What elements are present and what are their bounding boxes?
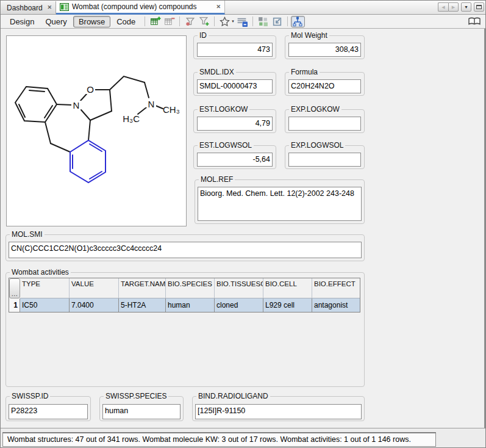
field-bind-radioligand-input[interactable]: [125I]R-91150 bbox=[195, 404, 362, 419]
field-formula: Formula C20H24N2O bbox=[285, 72, 365, 96]
molecule-structure-canvas[interactable]: N O N CH₃ H₃C bbox=[6, 35, 187, 226]
field-est-logwsol: EST.LOGWSOL -5,64 bbox=[193, 145, 276, 169]
field-mol-smi-input[interactable]: CN(C)CCC1CC2N(O1)c3ccccc3Cc4ccccc24 bbox=[9, 242, 362, 258]
field-formula-label: Formula bbox=[289, 68, 320, 76]
field-est-logkow-input[interactable]: 4,79 bbox=[197, 117, 273, 131]
field-swissp-id-input[interactable]: P28223 bbox=[9, 404, 88, 419]
tab-wombat-label: Wombat (compound view) compounds bbox=[72, 2, 213, 11]
widget-layout-icon[interactable] bbox=[257, 16, 269, 27]
field-mol-weight: Mol Weight 308,43 bbox=[285, 35, 365, 59]
cell-value[interactable]: 7.0400 bbox=[70, 298, 119, 312]
field-exp-logwsol-label: EXP.LOGWSOL bbox=[289, 141, 345, 150]
column-header-bio-effect[interactable]: BIO.EFFECT bbox=[312, 278, 360, 298]
cell-target-name[interactable]: 5-HT2A bbox=[119, 298, 166, 312]
field-id: ID 473 bbox=[193, 35, 276, 59]
field-est-logkow: EST.LOGKOW 4,79 bbox=[193, 109, 276, 133]
toolbar-separator bbox=[252, 16, 253, 26]
tab-navigation-controls: ◀ ▶ ▼ bbox=[438, 2, 484, 12]
wombat-activities-group: Wombat activities ... TYPE VALUE TARGET.… bbox=[5, 272, 365, 387]
favorites-star-icon[interactable] bbox=[219, 16, 230, 27]
field-bind-radioligand: BIND.RADIOLIGAND [125I]R-91150 bbox=[192, 396, 365, 421]
atom-label-methyl-right: CH₃ bbox=[163, 104, 180, 115]
tab-wombat-compound-view[interactable]: Wombat (compound view) compounds ✕ bbox=[56, 1, 225, 15]
tab-dashboard-close-icon[interactable]: ✕ bbox=[47, 5, 52, 10]
tab-list-dropdown-button[interactable]: ▼ bbox=[461, 2, 471, 12]
field-settings-icon[interactable] bbox=[237, 16, 248, 27]
field-est-logkow-label: EST.LOGKOW bbox=[198, 105, 249, 114]
toolbar-separator bbox=[214, 16, 215, 26]
filter-remove-icon[interactable] bbox=[184, 16, 196, 27]
cell-bio-effect[interactable]: antagonist bbox=[312, 298, 360, 312]
status-bar: Wombat structures: 47 out of 341 rows. W… bbox=[1, 428, 485, 448]
field-mol-ref-input[interactable]: Bioorg. Med. Chem. Lett. 12(2)-2002 243-… bbox=[198, 187, 362, 221]
tab-wombat-close-icon[interactable]: ✕ bbox=[216, 4, 221, 10]
remove-row-icon[interactable] bbox=[163, 16, 175, 27]
column-header-type[interactable]: TYPE bbox=[20, 278, 70, 298]
field-bind-radioligand-label: BIND.RADIOLIGAND bbox=[196, 392, 270, 400]
table-row[interactable]: 1 IC50 7.0400 5-HT2A human cloned L929 c… bbox=[9, 298, 360, 312]
field-mol-ref: MOL.REF Bioorg. Med. Chem. Lett. 12(2)-2… bbox=[195, 179, 365, 224]
compound-form: N O N CH₃ H₃C ID 473 Mol Weight 308,43 S… bbox=[1, 29, 485, 428]
status-message: Wombat structures: 47 out of 341 rows. W… bbox=[2, 432, 436, 447]
main-toolbar: Design Query Browse Code bbox=[1, 15, 485, 29]
design-mode-button[interactable]: Design bbox=[5, 16, 39, 27]
field-exp-logwsol-input[interactable] bbox=[288, 153, 361, 167]
field-exp-logwsol: EXP.LOGWSOL bbox=[285, 145, 365, 169]
filter-add-icon[interactable] bbox=[198, 16, 210, 27]
atom-label-methyl-left: H₃C bbox=[123, 114, 140, 124]
toolbar-separator bbox=[145, 16, 145, 26]
field-mol-smi-label: MOL.SMI bbox=[10, 230, 45, 239]
atom-label-oxygen: O bbox=[87, 84, 94, 95]
atom-label-ring-nitrogen: N bbox=[73, 100, 80, 110]
field-swissp-species: SWISSP.SPECIES human bbox=[99, 396, 184, 421]
field-exp-logkow: EXP.LOGKOW bbox=[285, 109, 365, 133]
cell-bio-species[interactable]: human bbox=[166, 298, 215, 312]
favorites-dropdown-icon[interactable]: ▾ bbox=[232, 19, 234, 24]
scroll-tabs-left-button[interactable]: ◀ bbox=[438, 2, 448, 12]
table-header-row: ... TYPE VALUE TARGET.NAME BIO.SPECIES B… bbox=[9, 278, 360, 298]
field-mol-smi: MOL.SMI CN(C)CCC1CC2N(O1)c3ccccc3Cc4cccc… bbox=[5, 234, 365, 261]
row-number: 1 bbox=[9, 298, 20, 312]
export-data-icon[interactable] bbox=[271, 16, 283, 27]
atom-label-amine-nitrogen: N bbox=[148, 99, 155, 109]
field-est-logwsol-input[interactable]: -5,64 bbox=[197, 153, 273, 167]
field-swissp-id: SWISSP.ID P28223 bbox=[5, 396, 91, 421]
tab-dashboard[interactable]: Dashboard ✕ bbox=[1, 1, 56, 14]
column-header-value[interactable]: VALUE bbox=[70, 278, 119, 298]
show-hierarchy-button[interactable] bbox=[291, 16, 305, 27]
toolbar-separator bbox=[179, 16, 180, 26]
maximize-window-button[interactable] bbox=[474, 2, 484, 12]
column-header-target-name[interactable]: TARGET.NAME bbox=[119, 278, 166, 298]
column-header-bio-tissuesource[interactable]: BIO.TISSUESOU bbox=[215, 278, 263, 298]
table-corner-button[interactable]: ... bbox=[9, 278, 20, 298]
cell-bio-tissuesource[interactable]: cloned bbox=[215, 298, 263, 312]
field-smdl-idx-label: SMDL.IDX bbox=[198, 68, 236, 76]
compound-view-icon bbox=[60, 3, 69, 11]
field-swissp-species-label: SWISSP.SPECIES bbox=[104, 392, 168, 400]
field-formula-input[interactable]: C20H24N2O bbox=[288, 79, 361, 93]
column-header-bio-species[interactable]: BIO.SPECIES bbox=[166, 278, 215, 298]
cell-bio-cell[interactable]: L929 cell bbox=[263, 298, 312, 312]
field-exp-logkow-input[interactable] bbox=[288, 117, 361, 131]
column-header-bio-cell[interactable]: BIO.CELL bbox=[263, 278, 312, 298]
code-mode-button[interactable]: Code bbox=[112, 16, 140, 27]
field-swissp-species-input[interactable]: human bbox=[102, 404, 180, 419]
field-id-input[interactable]: 473 bbox=[197, 43, 273, 57]
benzene-ring-left bbox=[15, 87, 57, 122]
browse-mode-button[interactable]: Browse bbox=[73, 16, 110, 27]
tab-dashboard-label: Dashboard bbox=[7, 4, 47, 12]
query-mode-button[interactable]: Query bbox=[40, 16, 71, 27]
benzene-ring-highlighted bbox=[70, 140, 105, 182]
add-row-icon[interactable] bbox=[149, 16, 161, 27]
maximize-icon bbox=[476, 5, 482, 9]
field-mol-ref-label: MOL.REF bbox=[199, 175, 235, 184]
field-mol-weight-input[interactable]: 308,43 bbox=[288, 43, 361, 57]
cell-type[interactable]: IC50 bbox=[20, 298, 70, 312]
hierarchy-icon bbox=[292, 16, 303, 27]
field-smdl-idx-input[interactable]: SMDL-00000473 bbox=[197, 79, 273, 93]
scroll-tabs-right-button[interactable]: ▶ bbox=[448, 2, 459, 12]
molecule-drawing: N O N CH₃ H₃C bbox=[7, 36, 186, 226]
field-mol-weight-label: Mol Weight bbox=[289, 31, 329, 40]
book-icon[interactable] bbox=[468, 16, 481, 29]
field-smdl-idx: SMDL.IDX SMDL-00000473 bbox=[193, 72, 276, 96]
